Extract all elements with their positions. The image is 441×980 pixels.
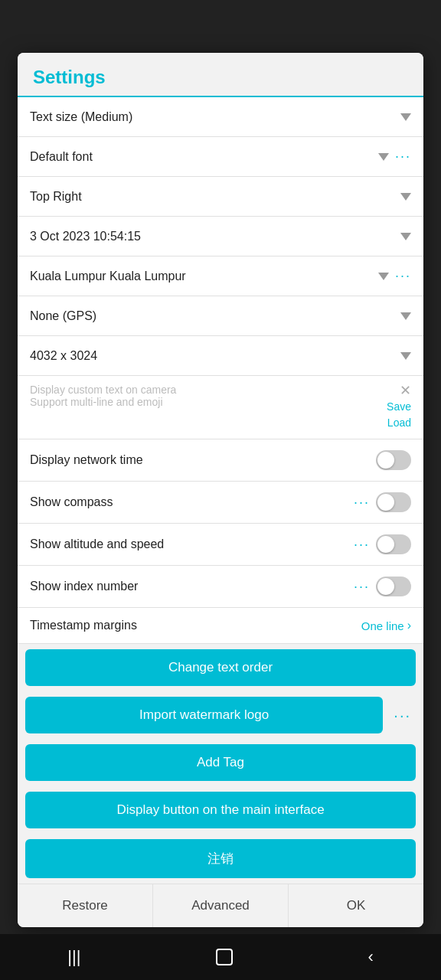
datetime-row[interactable]: 3 Oct 2023 10:54:15 <box>18 217 423 256</box>
index-label: Show index number <box>30 580 354 593</box>
default-font-row[interactable]: Default font ··· <box>18 137 423 177</box>
custom-text-close[interactable]: ✕ <box>400 384 411 397</box>
gps-label: None (GPS) <box>30 309 397 323</box>
altitude-row[interactable]: Show altitude and speed ··· <box>18 524 423 566</box>
compass-more[interactable]: ··· <box>354 495 370 511</box>
nav-menu-icon[interactable]: ||| <box>67 947 80 967</box>
gps-row[interactable]: None (GPS) <box>18 296 423 336</box>
timestamp-value-text: One line <box>361 619 404 632</box>
altitude-more[interactable]: ··· <box>354 537 370 553</box>
position-label: Top Right <box>30 190 397 204</box>
datetime-arrow <box>400 233 411 240</box>
index-more[interactable]: ··· <box>354 579 370 595</box>
custom-text-hint1: Display custom text on camera <box>30 384 387 396</box>
location-arrow <box>378 273 389 280</box>
load-button[interactable]: Load <box>387 415 411 431</box>
custom-text-hint2: Support multi-line and emoji <box>30 396 387 408</box>
position-row[interactable]: Top Right <box>18 177 423 217</box>
text-size-label: Text size (Medium) <box>30 110 397 124</box>
text-size-arrow <box>400 113 411 121</box>
change-text-order-row: Change text order <box>18 644 423 691</box>
default-font-label: Default font <box>30 150 375 164</box>
add-tag-row: Add Tag <box>18 739 423 786</box>
nav-home-icon[interactable] <box>216 949 233 965</box>
dialog-footer: Restore Advanced OK <box>18 884 423 927</box>
gps-arrow <box>400 312 411 320</box>
index-row[interactable]: Show index number ··· <box>18 566 423 608</box>
add-tag-button[interactable]: Add Tag <box>25 744 416 781</box>
import-watermark-button[interactable]: Import watermark logo <box>25 697 383 733</box>
advanced-button[interactable]: Advanced <box>153 884 289 927</box>
nav-bar: ||| ‹ <box>0 934 441 980</box>
resolution-row[interactable]: 4032 x 3024 <box>18 336 423 376</box>
display-button-btn[interactable]: Display button on the main interface <box>25 792 416 828</box>
network-time-label: Display network time <box>30 453 376 467</box>
import-watermark-row: Import watermark logo ··· <box>18 691 423 739</box>
import-watermark-more[interactable]: ··· <box>389 707 416 724</box>
text-size-row[interactable]: Text size (Medium) <box>18 97 423 137</box>
cancel-row: 注销 <box>18 834 423 884</box>
network-time-row[interactable]: Display network time <box>18 439 423 482</box>
location-label: Kuala Lumpur Kuala Lumpur <box>30 270 375 283</box>
default-font-arrow <box>378 153 389 161</box>
timestamp-label: Timestamp margins <box>30 619 137 632</box>
change-text-order-button[interactable]: Change text order <box>25 649 416 686</box>
location-row[interactable]: Kuala Lumpur Kuala Lumpur ··· <box>18 256 423 296</box>
network-time-toggle[interactable] <box>376 450 411 470</box>
resolution-label: 4032 x 3024 <box>30 349 397 363</box>
display-button-row: Display button on the main interface <box>18 786 423 834</box>
position-arrow <box>400 193 411 201</box>
compass-label: Show compass <box>30 495 354 509</box>
custom-text-hints: Display custom text on camera Support mu… <box>30 384 387 408</box>
ok-button[interactable]: OK <box>289 884 423 927</box>
index-toggle[interactable] <box>376 577 411 596</box>
datetime-label: 3 Oct 2023 10:54:15 <box>30 230 397 243</box>
dialog-title: Settings <box>18 53 423 97</box>
cancel-button[interactable]: 注销 <box>25 839 416 878</box>
timestamp-row[interactable]: Timestamp margins One line › <box>18 608 423 644</box>
altitude-label: Show altitude and speed <box>30 537 354 551</box>
timestamp-value[interactable]: One line › <box>361 619 411 632</box>
timestamp-chevron: › <box>407 619 411 632</box>
nav-back-icon[interactable]: ‹ <box>368 947 373 967</box>
compass-row[interactable]: Show compass ··· <box>18 482 423 524</box>
resolution-arrow <box>400 352 411 360</box>
restore-button[interactable]: Restore <box>18 884 153 927</box>
altitude-toggle[interactable] <box>376 534 411 554</box>
location-more[interactable]: ··· <box>395 268 411 284</box>
save-button[interactable]: Save <box>387 399 411 415</box>
compass-toggle[interactable] <box>376 492 411 512</box>
default-font-more[interactable]: ··· <box>395 149 411 165</box>
custom-text-row[interactable]: Display custom text on camera Support mu… <box>18 376 423 439</box>
